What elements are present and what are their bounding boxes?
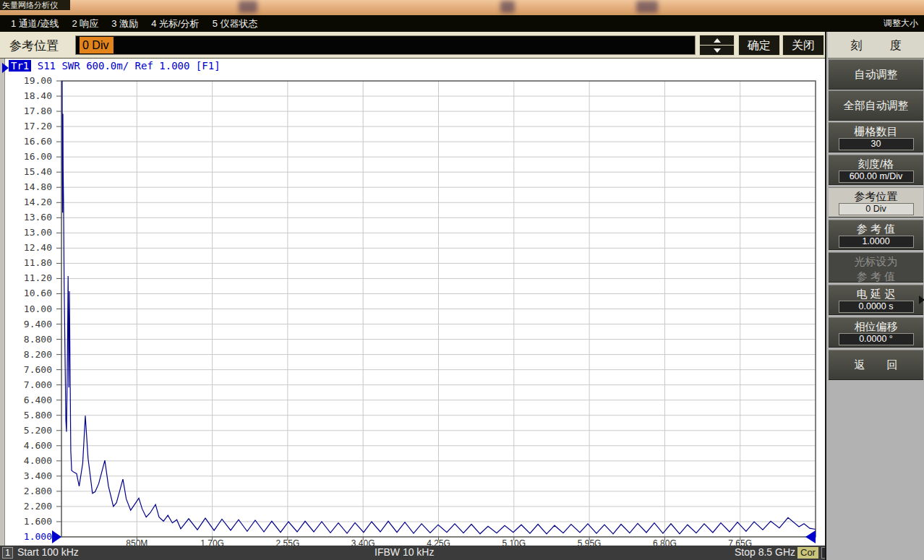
reference-level-marker-left-icon [52, 530, 61, 543]
y-tick-label: 16.00 [7, 151, 52, 163]
arrow-up-icon [714, 38, 721, 43]
submenu-arrow-icon [919, 296, 924, 304]
softkey-label: 光标设为 [829, 254, 923, 268]
softkey-label: 参考位置 [829, 189, 923, 203]
channel-number-badge: 1 [2, 547, 13, 559]
softkey-value: 0.0000 ° [839, 333, 914, 345]
chart-area: Tr1 S11 SWR 600.0m/ Ref 1.000 [F1] 19.00… [0, 59, 825, 546]
softkey-button-10[interactable]: 返 回 [829, 350, 923, 380]
y-tick-label: 4.600 [7, 440, 52, 452]
y-tick-label: 15.40 [7, 166, 52, 178]
step-down-button[interactable] [699, 45, 735, 56]
y-tick-label: 2.800 [7, 486, 52, 497]
value-stepper[interactable] [699, 35, 735, 56]
softkey-button-9[interactable]: 相位偏移0.0000 ° [829, 317, 923, 348]
menu-item-4[interactable]: 4 光标/分析 [145, 15, 205, 32]
y-tick-label: 16.60 [7, 136, 52, 147]
y-tick-label: 9.400 [7, 319, 52, 330]
y-tick-label: 17.20 [7, 121, 52, 132]
y-tick-label: 5.200 [7, 425, 52, 436]
softkey-value: 0 Div [839, 203, 914, 215]
step-up-button[interactable] [699, 35, 735, 45]
y-tick-label: 10.60 [7, 288, 52, 299]
title-bar: 矢量网络分析仪 [0, 0, 924, 15]
stop-frequency-text: Stop 8.5 GHz [735, 546, 795, 558]
trace-label[interactable]: Tr1 S11 SWR 600.0m/ Ref 1.000 [F1] [9, 60, 221, 72]
softkey-button-6[interactable]: 参 考 值1.0000 [829, 220, 923, 250]
ok-button[interactable]: 确定 [738, 35, 780, 56]
y-tick-label: 13.00 [7, 227, 52, 238]
softkey-label: 电 延 迟 [829, 287, 923, 301]
y-tick-label: 14.20 [7, 197, 52, 208]
y-tick-label: 18.40 [7, 90, 52, 102]
softkey-value: 1.0000 [839, 236, 914, 248]
y-tick-label: 4.000 [7, 455, 52, 467]
softkey-button-5[interactable]: 参考位置0 Div [829, 187, 923, 217]
background-artifact [636, 1, 658, 13]
menu-item-2[interactable]: 2 响应 [65, 15, 105, 32]
ifbw-text: IFBW 10 kHz [375, 546, 434, 558]
y-tick-label: 17.80 [7, 105, 52, 117]
vna-application-window: 矢量网络分析仪 1 通道/迹线2 响应3 激励4 光标/分析5 仪器状态 调整大… [0, 0, 924, 560]
menu-item-1[interactable]: 1 通道/迹线 [4, 15, 65, 32]
reference-position-input[interactable]: 0 Div [75, 35, 696, 55]
status-bar: 1 Start 100 kHz IFBW 10 kHz Stop 8.5 GHz… [0, 546, 825, 560]
softkey-label: 参 考 值 [829, 270, 923, 283]
y-tick-label: 8.200 [7, 349, 52, 361]
trace-number-chip: Tr1 [9, 60, 31, 72]
y-tick-label: 3.400 [7, 470, 52, 482]
y-tick-label: 10.00 [7, 303, 52, 315]
y-tick-label: 2.200 [7, 501, 52, 512]
softkey-button-1[interactable]: 自动调整 [829, 59, 923, 90]
trace-params-text: S11 SWR 600.0m/ Ref 1.000 [F1] [31, 60, 220, 72]
softkey-label: 自动调整 [829, 60, 923, 89]
y-tick-label: 1.000 [7, 531, 52, 543]
entry-toolbar: 参考位置 0 Div 确定 关闭 [0, 32, 825, 59]
y-tick-label: 8.800 [7, 334, 52, 345]
window-title: 矢量网络分析仪 [0, 0, 70, 10]
menu-bar: 1 通道/迹线2 响应3 激励4 光标/分析5 仪器状态 调整大小 [0, 15, 924, 32]
softkey-button-3[interactable]: 栅格数目30 [829, 122, 923, 152]
reference-level-marker-right-icon [805, 530, 816, 543]
arrow-down-icon [714, 48, 721, 53]
close-button[interactable]: 关闭 [782, 35, 824, 56]
softkey-button-7[interactable]: 光标设为参 考 值 [829, 252, 923, 283]
softkey-panel-title: 刻 度 [828, 32, 924, 59]
softkey-value: 600.00 m/Div [839, 171, 914, 183]
softkey-label: 参 考 值 [829, 222, 923, 236]
softkey-value: 30 [839, 138, 914, 150]
softkey-label: 相位偏移 [829, 319, 923, 333]
softkey-label: 全部自动调整 [829, 91, 923, 120]
softkey-label: 刻度/格 [829, 157, 923, 171]
softkey-button-8[interactable]: 电 延 迟0.0000 s [829, 285, 923, 315]
menu-item-5[interactable]: 5 仪器状态 [206, 15, 265, 32]
swr-plot [0, 59, 825, 546]
softkey-value: 0.0000 s [839, 301, 914, 313]
y-tick-label: 7.600 [7, 364, 52, 376]
active-trace-indicator-icon [2, 63, 9, 73]
entry-field-label: 参考位置 [9, 38, 59, 54]
y-tick-label: 1.600 [7, 516, 52, 527]
softkey-panel: 刻 度 自动调整全部自动调整栅格数目30刻度/格600.00 m/Div参考位置… [825, 32, 924, 560]
softkey-button-4[interactable]: 刻度/格600.00 m/Div [829, 155, 923, 185]
softkey-label: 栅格数目 [829, 124, 923, 138]
softkey-button-2[interactable]: 全部自动调整 [829, 90, 923, 121]
softkey-label: 返 回 [829, 350, 923, 379]
background-artifact [500, 1, 515, 13]
y-tick-label: 7.000 [7, 379, 52, 391]
y-tick-label: 14.80 [7, 181, 52, 193]
y-tick-label: 6.400 [7, 395, 52, 406]
background-artifact [239, 1, 257, 13]
y-tick-label: 13.60 [7, 212, 52, 223]
menu-item-resize[interactable]: 调整大小 [884, 15, 918, 32]
y-tick-label: 19.00 [7, 75, 52, 87]
y-tick-label: 5.800 [7, 410, 52, 421]
menu-item-3[interactable]: 3 激励 [105, 15, 145, 32]
correction-badge: Cor [797, 547, 818, 559]
start-frequency-text: Start 100 kHz [17, 546, 79, 558]
input-selected-text: 0 Div [80, 37, 114, 53]
y-tick-label: 11.80 [7, 257, 52, 269]
y-tick-label: 11.20 [7, 272, 52, 284]
y-tick-label: 12.40 [7, 242, 52, 254]
